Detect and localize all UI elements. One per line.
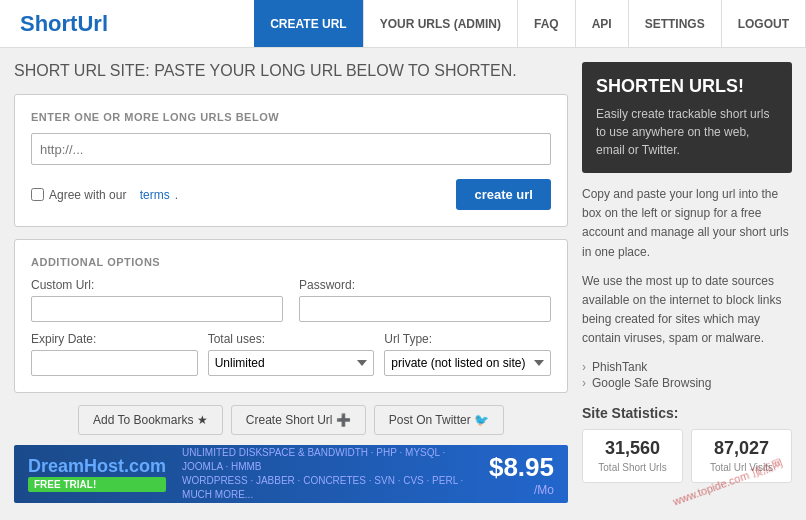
nav-item-faq[interactable]: FAQ <box>518 0 576 47</box>
total-uses-label: Total uses: <box>208 332 375 346</box>
url-type-field: Url Type: private (not listed on site) <box>384 332 551 376</box>
url-type-select[interactable]: private (not listed on site) <box>384 350 551 376</box>
info-list-item: Google Safe Browsing <box>582 375 792 391</box>
agree-row: Agree with our terms. create url <box>31 179 551 210</box>
nav-item-logout[interactable]: LOGOUT <box>722 0 806 47</box>
stat-box: 31,560Total Short Urls <box>582 429 683 483</box>
nav: CREATE URLYOUR URLS (ADMIN)FAQAPISETTING… <box>254 0 806 47</box>
nav-item-api[interactable]: API <box>576 0 629 47</box>
header: ShortUrl CREATE URLYOUR URLS (ADMIN)FAQA… <box>0 0 806 48</box>
nav-item-your-urls--admin-[interactable]: YOUR URLS (ADMIN) <box>364 0 518 47</box>
left-column: SHORT URL SITE: PASTE YOUR LONG URL BELO… <box>14 62 568 503</box>
banner-price: $8.95 <box>489 452 554 482</box>
banner-logo: DreamHost.com <box>28 456 166 477</box>
shorten-box: SHORTEN URLS! Easily create trackable sh… <box>582 62 792 173</box>
password-label: Password: <box>299 278 551 292</box>
expiry-input[interactable] <box>31 350 198 376</box>
nav-item-create-url[interactable]: CREATE URL <box>254 0 363 47</box>
options-row3: Expiry Date: Total uses: Unlimited Url T… <box>31 332 551 376</box>
title-bold: SHORT URL SITE: <box>14 62 150 79</box>
logo-url: Url <box>77 11 108 37</box>
custom-url-label: Custom Url: <box>31 278 283 292</box>
expiry-label: Expiry Date: <box>31 332 198 346</box>
custom-url-field: Custom Url: <box>31 278 283 322</box>
info-text-1: Copy and paste your long url into the bo… <box>582 185 792 262</box>
banner-desc: UNLIMITED DISKSPACE & BANDWIDTH · PHP · … <box>182 446 467 502</box>
stat-box: 87,027Total Url Visits <box>691 429 792 483</box>
banner-logo-wrap: DreamHost.com FREE TRIAL! <box>28 456 166 492</box>
stat-number: 31,560 <box>591 438 674 459</box>
action-buttons: Add To Bookmarks ★Create Short Url ➕Post… <box>14 405 568 435</box>
total-uses-select[interactable]: Unlimited <box>208 350 375 376</box>
info-text-2: We use the most up to date sources avail… <box>582 272 792 349</box>
options-panel: ADDITIONAL OPTIONS Custom Url: Password:… <box>14 239 568 393</box>
url-panel-label: ENTER ONE OR MORE LONG URLS BELOW <box>31 111 551 123</box>
shorten-title: SHORTEN URLS! <box>596 76 778 97</box>
page-title: SHORT URL SITE: PASTE YOUR LONG URL BELO… <box>14 62 568 80</box>
nav-item-settings[interactable]: SETTINGS <box>629 0 722 47</box>
agree-text: Agree with our terms. <box>31 188 178 202</box>
logo: ShortUrl <box>0 0 160 47</box>
password-field: Password: <box>299 278 551 322</box>
banner-price-wrap: $8.95 /Mo <box>483 452 554 497</box>
shorten-desc: Easily create trackable short urls to us… <box>596 105 778 159</box>
stats-title: Site Statistics: <box>582 405 792 421</box>
stat-label: Total Url Visits <box>710 462 773 473</box>
custom-url-input[interactable] <box>31 296 283 322</box>
bookmark-button[interactable]: Add To Bookmarks ★ <box>78 405 223 435</box>
right-column: SHORTEN URLS! Easily create trackable sh… <box>582 62 792 503</box>
expiry-field: Expiry Date: <box>31 332 198 376</box>
url-panel: ENTER ONE OR MORE LONG URLS BELOW Agree … <box>14 94 568 227</box>
main-layout: SHORT URL SITE: PASTE YOUR LONG URL BELO… <box>0 48 806 513</box>
total-uses-field: Total uses: Unlimited <box>208 332 375 376</box>
title-rest: PASTE YOUR LONG URL BELOW TO SHORTEN. <box>154 62 516 79</box>
options-label: ADDITIONAL OPTIONS <box>31 256 551 268</box>
stats-grid: 31,560Total Short Urls87,027Total Url Vi… <box>582 429 792 483</box>
banner-free: FREE TRIAL! <box>28 477 166 492</box>
agree-checkbox[interactable] <box>31 188 44 201</box>
info-list: PhishTankGoogle Safe Browsing <box>582 359 792 391</box>
info-list-item: PhishTank <box>582 359 792 375</box>
banner-per: /Mo <box>534 483 554 497</box>
terms-link[interactable]: terms <box>140 188 170 202</box>
create-url-button[interactable]: create url <box>456 179 551 210</box>
logo-text: Short <box>20 11 77 37</box>
banner: DreamHost.com FREE TRIAL! UNLIMITED DISK… <box>14 445 568 503</box>
url-type-label: Url Type: <box>384 332 551 346</box>
stat-label: Total Short Urls <box>598 462 666 473</box>
stat-number: 87,027 <box>700 438 783 459</box>
url-input[interactable] <box>31 133 551 165</box>
create-short-url-button[interactable]: Create Short Url ➕ <box>231 405 366 435</box>
password-input[interactable] <box>299 296 551 322</box>
post-twitter-button[interactable]: Post On Twitter 🐦 <box>374 405 504 435</box>
options-grid: Custom Url: Password: <box>31 278 551 322</box>
